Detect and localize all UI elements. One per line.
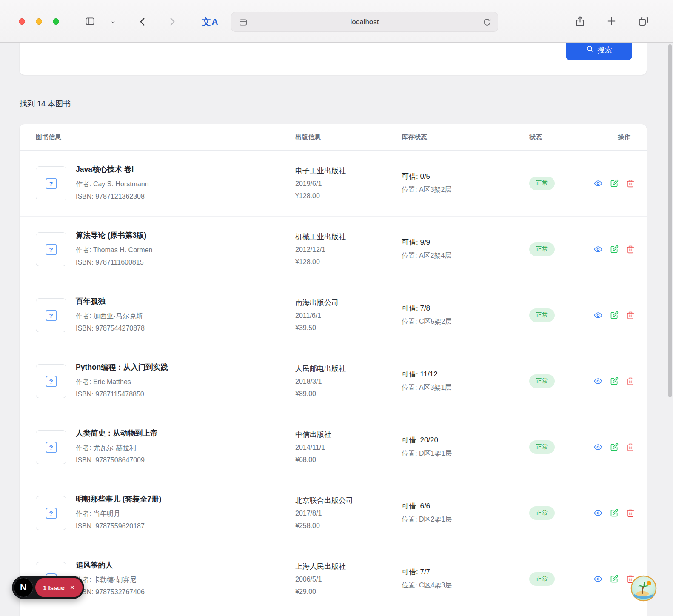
- book-title: Java核心技术 卷I: [76, 164, 149, 174]
- book-author: 作者: 卡勒德·胡赛尼: [76, 573, 145, 586]
- delete-icon[interactable]: [626, 509, 635, 517]
- book-isbn: ISBN: 9787121362308: [76, 190, 149, 202]
- delete-icon[interactable]: [626, 377, 635, 385]
- nextjs-logo-icon[interactable]: N: [14, 578, 33, 597]
- book-price: ¥68.00: [295, 453, 402, 466]
- view-icon[interactable]: [594, 377, 602, 385]
- scrollbar-thumb[interactable]: [668, 44, 672, 397]
- book-title: 人类简史：从动物到上帝: [76, 428, 158, 438]
- book-title: 明朝那些事儿 (套装全7册): [76, 494, 161, 504]
- new-tab-button[interactable]: [606, 15, 617, 27]
- book-author: 作者: Thomas H. Cormen: [76, 244, 152, 256]
- available-count: 可借: 7/8: [402, 303, 529, 313]
- publisher-name: 机械工业出版社: [295, 231, 402, 243]
- publish-date: 2006/5/1: [295, 573, 402, 585]
- table-row: ? Clean Code Prentice Hall 可借: 0/4: [20, 612, 647, 616]
- view-icon[interactable]: [594, 443, 602, 451]
- publisher-name: 上海人民出版社: [295, 560, 402, 573]
- address-bar[interactable]: localhost: [231, 12, 498, 32]
- issue-badge-label: 1 Issue: [43, 584, 65, 591]
- delete-icon[interactable]: [626, 311, 635, 319]
- issue-badge[interactable]: 1 Issue ✕: [35, 578, 83, 597]
- page-icon[interactable]: [238, 17, 248, 29]
- publish-date: 2014/11/1: [295, 441, 402, 453]
- book-isbn: ISBN: 9787111600815: [76, 256, 152, 268]
- book-price: ¥89.00: [295, 388, 402, 400]
- status-badge: 正常: [529, 242, 555, 256]
- browser-toolbar: 文A localhost: [0, 0, 673, 43]
- edit-icon[interactable]: [610, 179, 619, 188]
- table-row: ? 追风筝的人 作者: 卡勒德·胡赛尼 ISBN: 9787532767406 …: [20, 546, 647, 612]
- shelf-location: 位置: C区4架3层: [402, 579, 529, 591]
- table-row: ? 百年孤独 作者: 加西亚·马尔克斯 ISBN: 9787544270878 …: [20, 282, 647, 348]
- results-summary: 找到 14 本图书: [20, 98, 71, 110]
- publisher-name: 人民邮电出版社: [295, 362, 402, 375]
- delete-icon[interactable]: [626, 179, 635, 188]
- sidebar-toggle-button[interactable]: [84, 16, 96, 27]
- refresh-icon[interactable]: [482, 17, 492, 29]
- book-author: 作者: 当年明月: [76, 508, 161, 520]
- forward-icon: [167, 16, 178, 27]
- available-count: 可借: 9/9: [402, 237, 529, 247]
- share-button[interactable]: [574, 15, 586, 27]
- publisher-name: 南海出版公司: [295, 297, 402, 309]
- book-cover-placeholder: ?: [36, 166, 66, 200]
- header-publish-info: 出版信息: [295, 133, 402, 141]
- edit-icon[interactable]: [610, 377, 619, 385]
- publish-date: 2012/12/1: [295, 243, 402, 256]
- book-isbn: ISBN: 9787544270878: [76, 322, 145, 334]
- view-icon[interactable]: [594, 245, 602, 254]
- table-row: ? Java核心技术 卷I 作者: Cay S. Horstmann ISBN:…: [20, 151, 647, 217]
- header-actions: 操作: [594, 133, 630, 141]
- edit-icon[interactable]: [610, 575, 619, 583]
- book-cover-placeholder: ?: [36, 364, 66, 398]
- traffic-light-minimize[interactable]: [36, 18, 42, 25]
- forward-button[interactable]: [167, 16, 178, 27]
- edit-icon[interactable]: [610, 509, 619, 517]
- available-count: 可借: 7/7: [402, 567, 529, 577]
- available-count: 可借: 6/6: [402, 501, 529, 511]
- table-header-row: 图书信息 出版信息 库存状态 状态 操作: [20, 124, 647, 151]
- publish-date: 2018/3/1: [295, 375, 402, 388]
- publisher-name: 北京联合出版公司: [295, 494, 402, 507]
- translate-icon[interactable]: 文A: [202, 16, 219, 29]
- island-icon[interactable]: [630, 575, 657, 602]
- header-book-info: 图书信息: [36, 133, 295, 141]
- image-placeholder-icon: ?: [46, 376, 57, 387]
- edit-icon[interactable]: [610, 443, 619, 451]
- book-isbn: ISBN: 9787532767406: [76, 586, 145, 598]
- book-price: ¥29.00: [295, 585, 402, 598]
- view-icon[interactable]: [594, 311, 602, 319]
- publish-date: 2017/8/1: [295, 507, 402, 519]
- available-count: 可借: 0/5: [402, 171, 529, 181]
- status-badge: 正常: [529, 506, 555, 520]
- dev-tools-pill[interactable]: N 1 Issue ✕: [12, 576, 84, 599]
- book-table-body: ? Java核心技术 卷I 作者: Cay S. Horstmann ISBN:…: [20, 151, 647, 616]
- delete-icon[interactable]: [626, 443, 635, 451]
- shelf-location: 位置: A区2架4层: [402, 249, 529, 262]
- available-count: 可借: 20/20: [402, 435, 529, 445]
- book-title: 追风筝的人: [76, 560, 145, 570]
- search-button[interactable]: 搜索: [566, 43, 632, 60]
- book-isbn: ISBN: 9787508647009: [76, 454, 158, 466]
- view-icon[interactable]: [594, 179, 602, 188]
- shelf-location: 位置: C区5架2层: [402, 315, 529, 328]
- tab-overview-button[interactable]: [638, 15, 649, 27]
- close-icon[interactable]: ✕: [70, 584, 75, 591]
- view-icon[interactable]: [594, 509, 602, 517]
- book-price: ¥128.00: [295, 190, 402, 202]
- back-button[interactable]: [137, 16, 148, 27]
- image-placeholder-icon: ?: [46, 442, 57, 453]
- sidebar-chevron-button[interactable]: [110, 19, 117, 26]
- delete-icon[interactable]: [626, 245, 635, 254]
- traffic-light-close[interactable]: [19, 18, 25, 25]
- book-isbn: ISBN: 9787115478850: [76, 388, 168, 400]
- edit-icon[interactable]: [610, 245, 619, 254]
- view-icon[interactable]: [594, 575, 602, 583]
- traffic-light-zoom[interactable]: [53, 18, 59, 25]
- back-icon: [137, 16, 148, 27]
- table-row: ? 明朝那些事儿 (套装全7册) 作者: 当年明月 ISBN: 97875596…: [20, 480, 647, 546]
- status-badge: 正常: [529, 572, 555, 586]
- book-author: 作者: Cay S. Horstmann: [76, 178, 149, 190]
- edit-icon[interactable]: [610, 311, 619, 319]
